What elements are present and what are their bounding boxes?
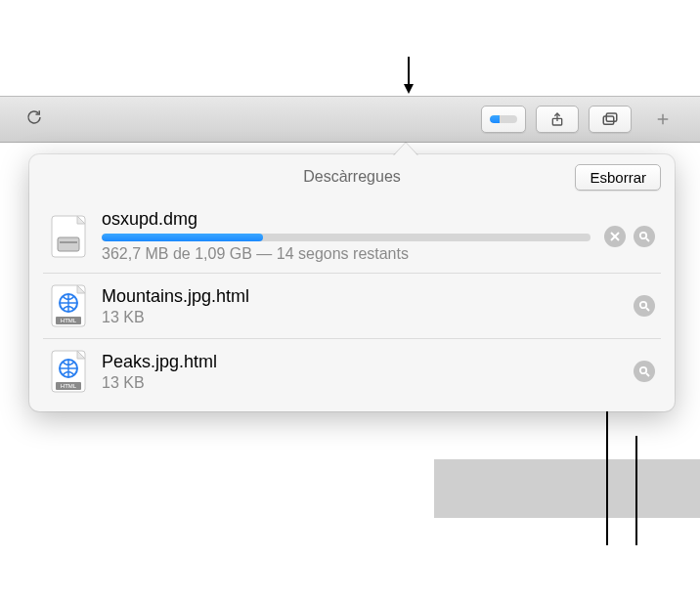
svg-rect-4 <box>606 113 617 121</box>
svg-text:HTML: HTML <box>61 318 77 323</box>
svg-rect-9 <box>58 237 79 251</box>
share-icon <box>549 111 565 127</box>
tabs-icon <box>601 111 619 127</box>
svg-marker-1 <box>404 84 414 94</box>
refresh-icon[interactable] <box>25 108 43 130</box>
tabs-button[interactable] <box>589 106 632 133</box>
svg-line-14 <box>646 238 649 241</box>
download-item[interactable]: HTMLPeaks.jpg.html13 KB <box>43 339 661 404</box>
file-name: osxupd.dmg <box>102 209 591 230</box>
file-icon: HTML <box>49 349 88 394</box>
download-item[interactable]: osxupd.dmg362,7 MB de 1,09 GB — 14 segon… <box>43 199 661 274</box>
background-block <box>434 459 700 518</box>
downloads-popover: Descàrregues Esborrar osxupd.dmg362,7 MB… <box>29 154 675 411</box>
reveal-in-finder-button[interactable] <box>634 226 655 247</box>
magnifier-icon <box>638 365 650 377</box>
browser-toolbar <box>0 96 700 143</box>
file-meta: 13 KB <box>102 374 620 392</box>
svg-line-28 <box>646 373 649 376</box>
popover-title: Descàrregues <box>303 168 401 186</box>
new-tab-button[interactable] <box>641 106 684 133</box>
downloads-progress-icon <box>490 115 517 123</box>
progress-bar <box>102 234 591 241</box>
svg-text:HTML: HTML <box>61 383 77 389</box>
downloads-button[interactable] <box>481 106 526 133</box>
plus-icon <box>654 110 672 128</box>
callout-arrow-icon <box>399 55 418 94</box>
stop-download-button[interactable] <box>604 226 626 247</box>
clear-button[interactable]: Esborrar <box>575 164 661 191</box>
svg-point-13 <box>640 232 646 237</box>
magnifier-icon <box>638 231 650 242</box>
file-name: Mountains.jpg.html <box>102 286 620 307</box>
magnifier-icon <box>638 300 650 312</box>
close-icon <box>609 231 621 242</box>
callout-line <box>635 436 637 545</box>
svg-point-20 <box>640 302 646 308</box>
file-icon: HTML <box>49 283 88 328</box>
file-meta: 13 KB <box>102 309 620 326</box>
reveal-in-finder-button[interactable] <box>634 361 655 382</box>
svg-point-27 <box>640 367 646 373</box>
share-button[interactable] <box>536 106 579 133</box>
download-item[interactable]: HTMLMountains.jpg.html13 KB <box>43 274 661 339</box>
file-icon <box>49 214 88 259</box>
svg-rect-10 <box>60 241 77 243</box>
file-name: Peaks.jpg.html <box>102 352 620 372</box>
reveal-in-finder-button[interactable] <box>634 295 655 317</box>
svg-rect-3 <box>603 116 614 124</box>
file-meta: 362,7 MB de 1,09 GB — 14 segons restants <box>102 245 591 263</box>
svg-line-21 <box>646 308 649 311</box>
